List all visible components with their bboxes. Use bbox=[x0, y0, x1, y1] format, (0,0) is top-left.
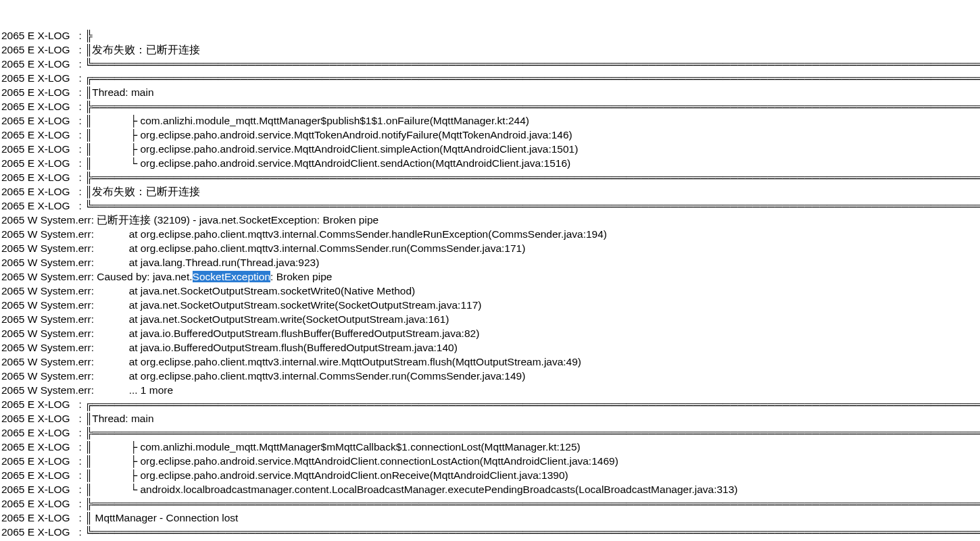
log-line: 2065 W System.err: at org.eclipse.paho.c… bbox=[1, 241, 979, 255]
log-line: 2065 E X-LOG : ╚════════════════════════… bbox=[1, 199, 979, 213]
log-line: 2065 W System.err: at java.net.SocketOut… bbox=[1, 298, 979, 312]
log-line: 2065 E X-LOG : ║ ├ com.anlizhi.module_mq… bbox=[1, 113, 979, 128]
log-line: 2065 W System.err: at java.net.SocketOut… bbox=[1, 312, 979, 326]
log-line: 2065 E X-LOG : ║Thread: main bbox=[1, 411, 979, 426]
log-line: 2065 E X-LOG : ╠════════════════════════… bbox=[1, 426, 979, 440]
log-line: 2065 E X-LOG : ║ └ org.eclipse.paho.andr… bbox=[1, 156, 979, 170]
log-output: 2065 E X-LOG : ╠2065 E X-LOG : ║发布失败：已断开… bbox=[0, 28, 980, 541]
text-selection: SocketException bbox=[193, 271, 270, 282]
log-line: 2065 E X-LOG : ║ ├ org.eclipse.paho.andr… bbox=[1, 142, 979, 156]
log-line: 2065 E X-LOG : ║Thread: main bbox=[1, 85, 979, 99]
log-line: 2065 E X-LOG : ╠ bbox=[1, 28, 979, 43]
log-line: 2065 E X-LOG : ╚════════════════════════… bbox=[1, 57, 979, 71]
log-line: 2065 E X-LOG : ║发布失败：已断开连接 bbox=[1, 43, 979, 57]
log-line: 2065 E X-LOG : ║ └ androidx.localbroadca… bbox=[1, 482, 979, 496]
log-line: 2065 E X-LOG : ╔════════════════════════… bbox=[1, 397, 979, 411]
log-line: 2065 E X-LOG : ╔════════════════════════… bbox=[1, 71, 979, 85]
log-line: 2065 W System.err: Caused by: java.net.S… bbox=[1, 269, 979, 284]
log-line: 2065 E X-LOG : ║ ├ org.eclipse.paho.andr… bbox=[1, 454, 979, 468]
log-line: 2065 E X-LOG : ║ MqttManager - Connectio… bbox=[1, 511, 979, 525]
log-line: 2065 W System.err: at org.eclipse.paho.c… bbox=[1, 227, 979, 241]
log-line: 2065 E X-LOG : ║ ├ com.anlizhi.module_mq… bbox=[1, 440, 979, 454]
log-line: 2065 W System.err: at java.io.BufferedOu… bbox=[1, 340, 979, 355]
log-line: 2065 W System.err: at java.lang.Thread.r… bbox=[1, 255, 979, 269]
log-line: 2065 E X-LOG : ╠════════════════════════… bbox=[1, 496, 979, 511]
log-line: 2065 E X-LOG : ╚════════════════════════… bbox=[1, 525, 979, 539]
log-line: 2065 W System.err: at java.io.BufferedOu… bbox=[1, 326, 979, 340]
log-line: 2065 E X-LOG : ║ ├ org.eclipse.paho.andr… bbox=[1, 468, 979, 482]
log-line: 2065 E X-LOG : ╠════════════════════════… bbox=[1, 170, 979, 184]
log-line: 2065 W System.err: at org.eclipse.paho.c… bbox=[1, 355, 979, 369]
log-line: 2065 E X-LOG : ╠════════════════════════… bbox=[1, 99, 979, 113]
log-line: 2065 W System.err: ... 1 more bbox=[1, 383, 979, 397]
log-line: 2065 W System.err: at org.eclipse.paho.c… bbox=[1, 369, 979, 383]
log-line: 2065 E X-LOG : ║ ├ org.eclipse.paho.andr… bbox=[1, 128, 979, 142]
log-line: 2065 W System.err: 已断开连接 (32109) - java.… bbox=[1, 213, 979, 227]
log-line: 2065 W System.err: at java.net.SocketOut… bbox=[1, 284, 979, 298]
log-line: 2065 E X-LOG : ║发布失败：已断开连接 bbox=[1, 184, 979, 199]
